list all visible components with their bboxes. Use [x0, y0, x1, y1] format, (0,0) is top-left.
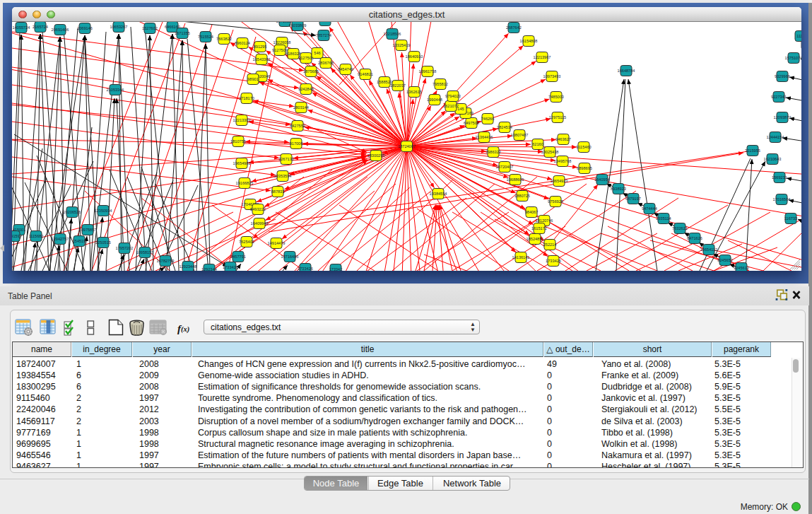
svg-text:13353594: 13353594: [274, 174, 292, 178]
svg-text:154519: 154519: [73, 239, 86, 243]
svg-text:9245652: 9245652: [717, 258, 733, 262]
svg-text:3824534: 3824534: [497, 125, 512, 129]
svg-text:7955812: 7955812: [433, 82, 448, 86]
svg-text:173342: 173342: [329, 267, 343, 271]
svg-text:15720407: 15720407: [496, 165, 514, 169]
svg-text:18640910: 18640910: [406, 54, 423, 59]
svg-text:7625402: 7625402: [239, 240, 254, 244]
svg-text:1603389: 1603389: [317, 22, 333, 23]
svg-text:62160: 62160: [532, 142, 543, 146]
svg-text:1880725: 1880725: [514, 194, 530, 198]
svg-text:7515524: 7515524: [198, 35, 213, 39]
svg-text:20206526: 20206526: [64, 210, 81, 214]
svg-text:1527602: 1527602: [142, 26, 158, 30]
svg-text:9329966: 9329966: [775, 74, 790, 78]
svg-text:14136141: 14136141: [512, 255, 530, 259]
svg-text:18300295: 18300295: [367, 153, 385, 158]
svg-text:12218506: 12218506: [384, 32, 401, 36]
svg-text:10807487: 10807487: [511, 133, 529, 137]
svg-text:2836768: 2836768: [318, 61, 334, 65]
svg-text:8471626: 8471626: [687, 236, 702, 240]
svg-text:39159: 39159: [12, 234, 20, 238]
svg-text:6497508: 6497508: [464, 121, 479, 125]
svg-text:10025438: 10025438: [541, 150, 559, 154]
svg-text:9794023: 9794023: [445, 94, 461, 98]
svg-text:16543362: 16543362: [253, 57, 271, 62]
svg-text:10688609: 10688609: [507, 177, 524, 182]
svg-text:10975857: 10975857: [79, 228, 97, 232]
svg-text:21053346: 21053346: [107, 88, 124, 92]
svg-text:1671355: 1671355: [175, 31, 190, 35]
svg-text:7986322: 7986322: [486, 150, 501, 154]
svg-text:1990448: 1990448: [427, 98, 442, 102]
svg-text:12975115: 12975115: [549, 115, 566, 119]
svg-text:2803144: 2803144: [293, 105, 309, 110]
svg-text:19654983: 19654983: [233, 161, 251, 165]
svg-text:3822037: 3822037: [390, 83, 406, 88]
svg-text:16033809: 16033809: [289, 23, 307, 28]
svg-text:252214: 252214: [543, 243, 557, 247]
svg-text:1362615: 1362615: [406, 90, 422, 94]
svg-text:13495768: 13495768: [554, 159, 572, 163]
svg-text:1117: 1117: [796, 34, 801, 38]
svg-text:14055724: 14055724: [13, 25, 30, 30]
svg-text:917006: 917006: [290, 141, 303, 146]
svg-text:8427552: 8427552: [290, 124, 305, 128]
svg-text:12213967: 12213967: [534, 55, 551, 59]
svg-text:9115460: 9115460: [576, 145, 591, 149]
svg-text:5493222: 5493222: [250, 207, 266, 211]
svg-text:12093872: 12093872: [774, 115, 792, 119]
svg-text:1588520: 1588520: [377, 80, 392, 84]
svg-text:12350934: 12350934: [95, 209, 112, 213]
svg-text:8454749: 8454749: [338, 67, 353, 71]
svg-text:16409948: 16409948: [251, 221, 269, 226]
svg-text:19384554: 19384554: [430, 192, 447, 196]
svg-text:18724007: 18724007: [398, 144, 416, 148]
svg-text:10654112: 10654112: [700, 247, 717, 252]
svg-text:887833: 887833: [271, 189, 285, 194]
svg-text:9227341: 9227341: [771, 95, 787, 99]
svg-text:746266: 746266: [481, 117, 495, 121]
svg-text:18524851: 18524851: [526, 237, 544, 241]
svg-text:9242848: 9242848: [298, 87, 314, 91]
svg-text:98901: 98901: [247, 77, 259, 81]
svg-text:12942757: 12942757: [52, 237, 69, 241]
svg-text:3215955: 3215955: [745, 148, 760, 153]
svg-text:9146821: 9146821: [358, 72, 373, 76]
svg-text:1733426: 1733426: [298, 267, 313, 271]
svg-text:891295: 891295: [254, 45, 267, 49]
svg-text:2687642: 2687642: [506, 25, 522, 30]
svg-text:13226058: 13226058: [273, 40, 291, 45]
svg-text:7632621: 7632621: [672, 226, 688, 230]
svg-text:17016504: 17016504: [773, 197, 791, 201]
svg-text:17957202: 17957202: [116, 246, 134, 250]
svg-text:7857274: 7857274: [316, 33, 331, 37]
svg-text:20691406: 20691406: [52, 28, 69, 32]
svg-text:16154808: 16154808: [520, 39, 538, 43]
svg-text:116733: 116733: [784, 216, 797, 221]
svg-text:9474444: 9474444: [642, 206, 657, 211]
svg-text:14914479: 14914479: [268, 241, 286, 245]
svg-text:10958157: 10958157: [136, 250, 154, 255]
svg-text:1733426: 1733426: [546, 259, 561, 263]
svg-text:1621072: 1621072: [443, 104, 459, 108]
svg-text:6898695: 6898695: [577, 166, 592, 170]
svg-text:1615172: 1615172: [531, 226, 547, 230]
svg-text:9756928: 9756928: [548, 199, 563, 204]
svg-text:6879197: 6879197: [625, 197, 641, 201]
svg-text:546: 546: [314, 51, 320, 55]
svg-text:1115682: 1115682: [29, 234, 44, 238]
svg-text:16782759: 16782759: [157, 259, 175, 263]
svg-text:7663822: 7663822: [216, 37, 232, 41]
svg-text:7485003: 7485003: [548, 95, 564, 99]
svg-text:1292344: 1292344: [201, 267, 217, 271]
svg-text:3267130: 3267130: [278, 157, 294, 161]
svg-text:12444154: 12444154: [767, 135, 784, 139]
svg-text:13325419: 13325419: [393, 43, 411, 47]
svg-text:13716485: 13716485: [281, 255, 299, 259]
svg-text:9457791: 9457791: [230, 255, 246, 259]
svg-text:10973493: 10973493: [543, 74, 561, 78]
svg-text:21364436: 21364436: [476, 135, 493, 139]
svg-text:2165724: 2165724: [33, 25, 48, 29]
svg-text:1640954: 1640954: [594, 177, 610, 182]
